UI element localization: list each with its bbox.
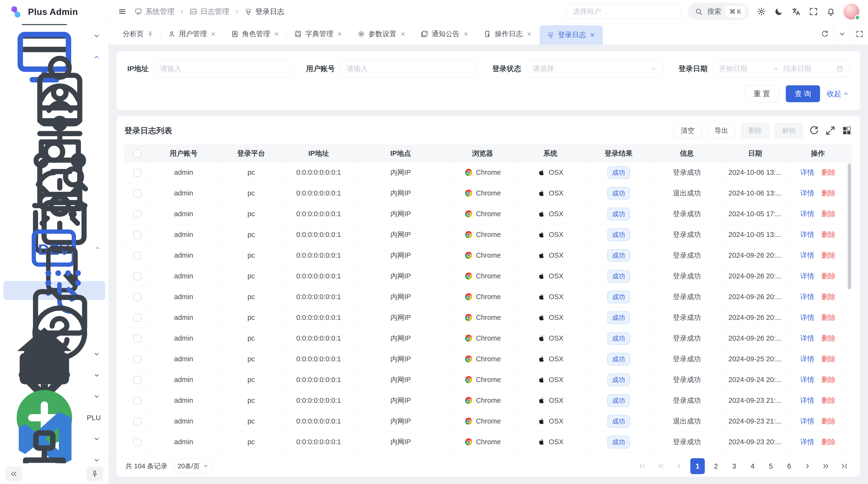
row-checkbox[interactable]	[133, 252, 141, 260]
close-icon[interactable]	[463, 31, 469, 37]
row-checkbox[interactable]	[133, 355, 141, 363]
tab-role-mgmt[interactable]: 角色管理	[224, 23, 287, 44]
delete-link[interactable]: 删除	[822, 376, 835, 384]
detail-link[interactable]: 详情	[800, 231, 814, 238]
breadcrumb-item-log-mgmt[interactable]: DEV日志管理	[189, 7, 229, 17]
delete-link[interactable]: 删除	[822, 168, 835, 176]
row-checkbox[interactable]	[133, 231, 141, 239]
delete-link[interactable]: 删除	[822, 438, 835, 446]
delete-link[interactable]: 删除	[822, 210, 835, 218]
pager-page-2[interactable]: 2	[709, 458, 723, 474]
detail-link[interactable]: 详情	[800, 417, 814, 425]
delete-link[interactable]: 删除	[822, 417, 835, 425]
row-checkbox[interactable]	[133, 438, 141, 446]
fullscreen-icon[interactable]	[809, 7, 818, 17]
detail-link[interactable]: 详情	[800, 189, 814, 197]
detail-link[interactable]: 详情	[800, 314, 814, 321]
delete-link[interactable]: 删除	[822, 189, 835, 197]
delete-link[interactable]: 删除	[822, 231, 835, 238]
user-avatar[interactable]	[843, 4, 859, 20]
pager-next-button[interactable]	[800, 458, 815, 474]
delete-link[interactable]: 删除	[822, 314, 835, 321]
detail-link[interactable]: 详情	[800, 376, 814, 384]
row-checkbox[interactable]	[133, 169, 141, 177]
delete-link[interactable]: 删除	[822, 396, 835, 404]
detail-link[interactable]: 详情	[800, 251, 814, 259]
row-checkbox[interactable]	[133, 397, 141, 405]
sidebar-pin-button[interactable]	[86, 466, 103, 481]
breadcrumb-item-login-log[interactable]: 登录日志	[244, 7, 284, 17]
tab-login-log[interactable]: 登录日志	[539, 25, 603, 44]
row-checkbox[interactable]	[133, 314, 141, 322]
ip-address-input[interactable]: 请输入	[154, 60, 290, 77]
user-account-input[interactable]: 请输入	[341, 60, 477, 77]
notifications-bell-icon[interactable]	[826, 7, 836, 17]
delete-link[interactable]: 删除	[822, 355, 835, 363]
delete-link[interactable]: 删除	[822, 334, 835, 342]
close-icon[interactable]	[337, 31, 343, 37]
collapse-link[interactable]: 收起	[827, 89, 849, 99]
row-checkbox[interactable]	[133, 272, 141, 280]
detail-link[interactable]: 详情	[800, 334, 814, 342]
row-checkbox[interactable]	[133, 210, 141, 218]
dark-mode-moon-icon[interactable]	[774, 7, 784, 17]
login-date-range-picker[interactable]: 开始日期结束日期	[713, 60, 849, 77]
tab-dict-mgmt[interactable]: 字典管理	[287, 23, 350, 44]
select-all-checkbox[interactable]	[133, 150, 141, 158]
close-icon[interactable]	[273, 31, 280, 37]
close-icon[interactable]	[210, 31, 217, 37]
tab-notice[interactable]: 通知公告	[413, 23, 476, 44]
sidebar-toggle-icon[interactable]	[117, 7, 127, 17]
breadcrumb-item-system-mgmt[interactable]: 系统管理	[134, 7, 174, 17]
detail-link[interactable]: 详情	[800, 396, 814, 404]
sidebar-collapse-button[interactable]	[5, 466, 22, 481]
detail-link[interactable]: 详情	[800, 210, 814, 218]
row-checkbox[interactable]	[133, 293, 141, 301]
pager-next5-button[interactable]	[818, 458, 833, 474]
tab-fullscreen-button[interactable]	[850, 23, 868, 44]
detail-link[interactable]: 详情	[800, 168, 814, 176]
close-icon[interactable]	[526, 31, 532, 37]
export-button[interactable]: 导出	[707, 123, 736, 138]
tab-op-log[interactable]: 操作日志	[476, 23, 539, 44]
table-refresh-icon[interactable]	[808, 125, 819, 136]
column-settings-icon[interactable]	[841, 125, 852, 136]
row-checkbox[interactable]	[133, 334, 141, 343]
row-checkbox[interactable]	[133, 376, 141, 384]
detail-link[interactable]: 详情	[800, 355, 814, 363]
detail-link[interactable]: 详情	[800, 272, 814, 280]
pager-page-3[interactable]: 3	[727, 458, 741, 474]
unlock-button[interactable]: 解锁	[775, 123, 803, 138]
sidebar-item-workflow[interactable]: 工作流	[3, 451, 105, 463]
detail-link[interactable]: 详情	[800, 438, 814, 446]
tab-refresh-button[interactable]	[816, 23, 833, 44]
global-search[interactable]: 搜索 ⌘ K	[688, 3, 749, 20]
clear-button[interactable]: 清空	[674, 123, 702, 138]
settings-gear-icon[interactable]	[756, 7, 766, 17]
pager-page-6[interactable]: 6	[782, 458, 796, 474]
detail-link[interactable]: 详情	[800, 293, 814, 300]
row-checkbox[interactable]	[133, 189, 141, 197]
pager-page-1[interactable]: 1	[690, 458, 705, 474]
reset-button[interactable]: 重 置	[745, 85, 779, 102]
pager-prev-button[interactable]	[672, 458, 686, 474]
delete-link[interactable]: 删除	[822, 272, 835, 280]
row-checkbox[interactable]	[133, 417, 141, 425]
delete-link[interactable]: 删除	[822, 251, 835, 259]
query-button[interactable]: 查 询	[786, 85, 820, 102]
tab-menu-button[interactable]	[833, 23, 850, 44]
pager-last-button[interactable]	[837, 458, 851, 474]
close-icon[interactable]	[400, 31, 406, 37]
table-scrollbar-thumb[interactable]	[848, 163, 851, 289]
delete-link[interactable]: 删除	[822, 293, 835, 300]
tenant-select-input[interactable]: 选择租户	[566, 4, 680, 20]
tab-user-mgmt[interactable]: 用户管理	[161, 23, 224, 44]
pager-first-button[interactable]	[635, 458, 650, 474]
language-translate-icon[interactable]	[791, 7, 801, 17]
pager-page-4[interactable]: 4	[745, 458, 760, 474]
pager-page-5[interactable]: 5	[764, 458, 778, 474]
pager-prev5-button[interactable]	[654, 458, 668, 474]
delete-button[interactable]: 删除	[741, 123, 769, 138]
login-status-select[interactable]: 请选择	[527, 60, 663, 77]
tab-analysis[interactable]: 分析页	[116, 23, 161, 44]
